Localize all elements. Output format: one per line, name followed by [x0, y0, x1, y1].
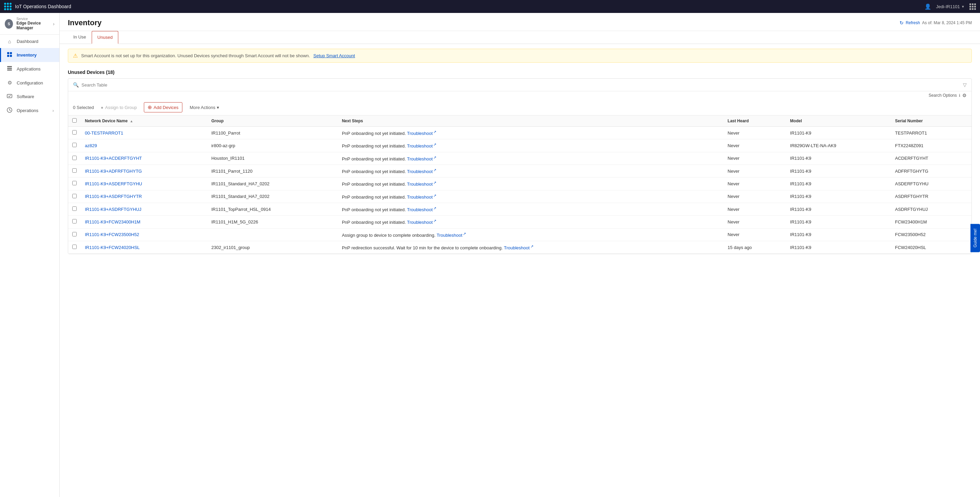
row-checkbox-9[interactable]: [72, 245, 77, 249]
sidebar-item-applications[interactable]: Applications: [0, 62, 59, 76]
main-layout: S Service Edge Device Manager › ⌂ Dashbo…: [0, 13, 980, 497]
row-checkbox-8[interactable]: [72, 232, 77, 237]
device-link-1[interactable]: az829: [85, 143, 97, 148]
sidebar-item-dashboard[interactable]: ⌂ Dashboard: [0, 35, 59, 48]
table-row: IR1101-K9+ASDRFTGHYTR IR1101_Standard_HA…: [68, 190, 972, 203]
cell-model-7: IR1101-K9: [786, 216, 891, 228]
top-bar-right: 👤 Jedi-IR1101 ▼: [924, 3, 976, 10]
troubleshoot-link-2[interactable]: Troubleshoot: [407, 156, 433, 162]
more-actions-button[interactable]: More Actions ▾: [186, 103, 223, 112]
cell-serial-7: FCW23400H1M: [891, 216, 972, 228]
cell-next-steps-8: Assign group to device to complete onboa…: [338, 228, 724, 241]
troubleshoot-link-1[interactable]: Troubleshoot: [407, 144, 433, 149]
cell-name-3: IR1101-K9+ADFRFTGHYTG: [81, 165, 207, 177]
cell-group-3: IR1101_Parrot_1120: [207, 165, 338, 177]
refresh-button[interactable]: ↻ Refresh As of: Mar 8, 2024 1:45 PM: [900, 20, 972, 25]
assign-to-group-button[interactable]: ● Assign to Group: [98, 103, 139, 111]
device-link-0[interactable]: 00-TESTPARROT1: [85, 130, 123, 136]
service-avatar: S: [5, 19, 13, 29]
sidebar: S Service Edge Device Manager › ⌂ Dashbo…: [0, 13, 60, 497]
cell-group-2: Houston_IR1101: [207, 152, 338, 165]
sidebar-item-label-software: Software: [17, 94, 34, 99]
row-checkbox-4[interactable]: [72, 181, 77, 185]
cell-group-0: IR1100_Parrot: [207, 127, 338, 139]
sidebar-item-operations[interactable]: Operations ›: [0, 103, 59, 118]
device-link-2[interactable]: IR1101-K9+ACDERFTGYHT: [85, 156, 142, 161]
cell-group-4: IR1101_Standard_HA7_0202: [207, 178, 338, 190]
cell-serial-4: ASDERFTGYHU: [891, 178, 972, 190]
device-link-5[interactable]: IR1101-K9+ASDRFTGHYTR: [85, 194, 142, 199]
search-input[interactable]: [81, 83, 960, 87]
tab-in-use[interactable]: In Use: [68, 31, 92, 44]
device-link-4[interactable]: IR1101-K9+ASDERFTGYHU: [85, 181, 142, 186]
troubleshoot-link-9[interactable]: Troubleshoot: [504, 245, 529, 250]
device-link-6[interactable]: IR1101-K9+ASDRFTGYHUJ: [85, 207, 142, 212]
cell-model-3: IR1101-K9: [786, 165, 891, 177]
row-checkbox-cell: [68, 190, 81, 203]
service-selector[interactable]: S Service Edge Device Manager ›: [0, 13, 59, 35]
apps-grid-icon[interactable]: [969, 3, 976, 10]
row-checkbox-6[interactable]: [72, 206, 77, 211]
select-all-checkbox[interactable]: [72, 118, 77, 122]
device-link-8[interactable]: IR1101-K9+FCW23500H52: [85, 232, 139, 237]
device-link-7[interactable]: IR1101-K9+FCW23400H1M: [85, 219, 140, 224]
troubleshoot-link-3[interactable]: Troubleshoot: [407, 169, 433, 174]
sidebar-item-software[interactable]: Software: [0, 90, 59, 103]
dashboard-icon: ⌂: [6, 38, 13, 44]
cell-next-steps-1: PnP onboarding not yet initiated. Troubl…: [338, 139, 724, 152]
sidebar-item-inventory[interactable]: Inventory: [0, 48, 59, 62]
cell-serial-3: ADFRFTGHYTG: [891, 165, 972, 177]
col-header-group: Group: [207, 116, 338, 127]
col-header-next-steps: Next Steps: [338, 116, 724, 127]
svg-rect-2: [7, 55, 9, 57]
cell-name-6: IR1101-K9+ASDRFTGYHUJ: [81, 203, 207, 215]
service-info: S Service Edge Device Manager: [5, 17, 53, 30]
cell-name-1: az829: [81, 139, 207, 152]
col-header-name: Network Device Name ▲: [81, 116, 207, 127]
external-link-icon-8: ↗: [463, 232, 466, 236]
sort-name-icon[interactable]: ▲: [130, 119, 133, 123]
troubleshoot-link-0[interactable]: Troubleshoot: [407, 131, 433, 136]
row-checkbox-0[interactable]: [72, 130, 77, 135]
svg-rect-4: [7, 66, 12, 67]
row-checkbox-5[interactable]: [72, 194, 77, 198]
sidebar-item-configuration[interactable]: ⚙ Configuration: [0, 76, 59, 90]
add-devices-button[interactable]: ⊕ Add Devices: [144, 102, 182, 113]
external-link-icon-6: ↗: [433, 206, 436, 210]
operations-chevron-icon: ›: [52, 108, 54, 113]
cell-model-5: IR1101-K9: [786, 190, 891, 203]
troubleshoot-link-5[interactable]: Troubleshoot: [407, 195, 433, 200]
row-checkbox-2[interactable]: [72, 156, 77, 160]
username: Jedi-IR1101: [936, 4, 960, 9]
cell-name-2: IR1101-K9+ACDERFTGYHT: [81, 152, 207, 165]
troubleshoot-link-8[interactable]: Troubleshoot: [437, 233, 462, 238]
device-link-9[interactable]: IR1101-K9+FCW24020HSL: [85, 245, 140, 250]
service-name: Edge Device Manager: [16, 21, 53, 30]
operations-icon: [6, 107, 13, 114]
table-settings-icon[interactable]: ⚙: [962, 93, 967, 98]
warning-text: Smart Account is not set up for this org…: [81, 53, 310, 58]
search-row: 🔍 ▽: [68, 79, 972, 91]
troubleshoot-link-6[interactable]: Troubleshoot: [407, 207, 433, 212]
user-dropdown[interactable]: Jedi-IR1101 ▼: [936, 4, 965, 9]
filter-icon[interactable]: ▽: [963, 82, 967, 87]
cell-group-7: IR1101_H1M_5G_0226: [207, 216, 338, 228]
user-icon[interactable]: 👤: [924, 3, 931, 10]
row-checkbox-7[interactable]: [72, 219, 77, 224]
cell-group-9: 2302_ir1101_group: [207, 241, 338, 253]
cell-next-steps-5: PnP onboarding not yet initiated. Troubl…: [338, 190, 724, 203]
guide-me-button[interactable]: Guide me!: [970, 224, 980, 252]
row-checkbox-1[interactable]: [72, 143, 77, 147]
cell-next-steps-3: PnP onboarding not yet initiated. Troubl…: [338, 165, 724, 177]
setup-smart-account-link[interactable]: Setup Smart Account: [313, 53, 355, 58]
troubleshoot-link-4[interactable]: Troubleshoot: [407, 182, 433, 187]
external-link-icon-1: ↗: [433, 142, 436, 146]
tabs-bar: In Use Unused: [60, 31, 980, 44]
cell-last-heard-8: Never: [724, 228, 786, 241]
cell-last-heard-2: Never: [724, 152, 786, 165]
row-checkbox-3[interactable]: [72, 168, 77, 173]
sidebar-item-label-applications: Applications: [17, 67, 41, 71]
tab-unused[interactable]: Unused: [92, 31, 119, 44]
device-link-3[interactable]: IR1101-K9+ADFRFTGHYTG: [85, 168, 142, 174]
troubleshoot-link-7[interactable]: Troubleshoot: [407, 220, 433, 225]
